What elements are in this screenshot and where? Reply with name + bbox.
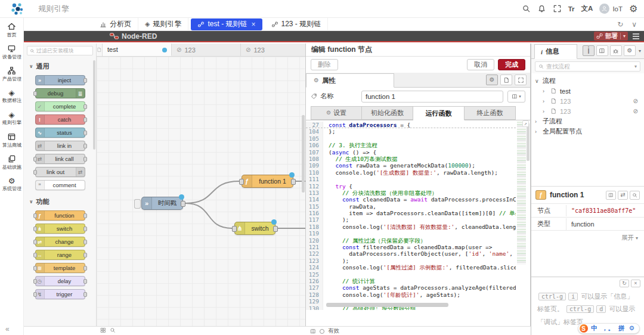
- sidebar-item-5[interactable]: ◈规则引擎: [0, 108, 23, 128]
- canvas-node-时间戳[interactable]: »时间戳: [141, 197, 183, 210]
- code-line[interactable]: 115 rawData,: [306, 203, 516, 210]
- palette-node-catch[interactable]: !catch: [35, 114, 85, 125]
- flow-tab-2[interactable]: ⊘123: [172, 44, 241, 56]
- sidebar-item-1[interactable]: 首页: [0, 20, 23, 40]
- bell-icon[interactable]: [537, 4, 546, 13]
- book-button[interactable]: [606, 191, 616, 200]
- palette-section-header[interactable]: ∨通用: [24, 58, 96, 72]
- code-line[interactable]: 112 try {: [306, 183, 516, 190]
- code-editor[interactable]: 27const dataProcessors = {104};105106// …: [306, 120, 530, 310]
- ime-item[interactable]: ⚙: [629, 324, 634, 333]
- output-port[interactable]: [273, 226, 278, 232]
- chevron-down-icon[interactable]: ∨: [631, 21, 637, 28]
- zoom-icon[interactable]: [110, 327, 116, 333]
- code-line[interactable]: 111: [306, 176, 516, 182]
- avatar[interactable]: [599, 4, 609, 14]
- flow-search-input[interactable]: [546, 63, 632, 70]
- func-tab-2[interactable]: 初始化函数: [362, 106, 413, 120]
- palette-node-switch[interactable]: ⋔switch: [35, 224, 85, 234]
- input-port[interactable]: [232, 226, 237, 232]
- palette-scrollbar[interactable]: [93, 60, 95, 150]
- fullscreen-icon[interactable]: [553, 4, 562, 13]
- editor-vscrollbar[interactable]: [527, 123, 530, 161]
- close-button[interactable]: ×: [631, 280, 640, 287]
- sidebar-item-8[interactable]: ⚙系统管理: [0, 175, 23, 194]
- code-line[interactable]: 110 console.log('[生成数据] 数据量:', rawData.l…: [306, 169, 516, 176]
- app-tab-1[interactable]: 分析页: [93, 18, 138, 31]
- tab-properties[interactable]: ⚙ 属性: [306, 73, 394, 88]
- sidebar-item-7[interactable]: 基础设施: [0, 153, 23, 172]
- code-line[interactable]: 114 const cleanedData = await dataProces…: [306, 196, 516, 203]
- caret-down-icon[interactable]: ▾: [634, 64, 637, 69]
- sidebar-item-4[interactable]: ◈数据标注: [0, 86, 23, 106]
- code-line[interactable]: 105: [306, 135, 516, 142]
- ime-item[interactable]: ，。: [602, 324, 614, 333]
- code-line[interactable]: 117 );: [306, 216, 516, 223]
- canvas-scrollbar[interactable]: [302, 115, 305, 193]
- file-button[interactable]: [500, 75, 512, 85]
- code-line[interactable]: 126 // 统计计算: [306, 278, 516, 284]
- translate-button[interactable]: 文A: [581, 4, 593, 13]
- code-line[interactable]: 113 // 分块清洗数据（使用非阻塞处理）: [306, 190, 516, 196]
- flow-search[interactable]: ▾: [535, 61, 640, 72]
- func-tab-4[interactable]: 终止函数: [465, 106, 516, 120]
- code-line[interactable]: 120 // 属性过滤（只保留必要字段）: [306, 237, 516, 244]
- deploy-caret-icon[interactable]: ▾: [623, 33, 626, 39]
- ime-item[interactable]: 拼: [618, 324, 625, 333]
- palette-node-change[interactable]: ⇌change: [35, 237, 85, 247]
- palette-node-comment[interactable]: ”comment: [35, 180, 85, 190]
- expand-editor-icon[interactable]: ↗: [522, 120, 529, 127]
- palette-node-template[interactable]: ≋template: [35, 263, 85, 273]
- refresh-icon[interactable]: ↻: [617, 21, 623, 28]
- app-tab-4[interactable]: 123 - 规则链: [265, 18, 329, 31]
- expand-link[interactable]: 展开 ▾: [531, 231, 644, 245]
- code-line[interactable]: 122 dataProcessors.filterObject(user, ['…: [306, 250, 516, 257]
- more-icon[interactable]: ▾: [639, 48, 641, 54]
- library-icon[interactable]: [310, 328, 316, 334]
- code-line[interactable]: 118 console.log('[清洗数据] 有效数据量:', cleaned…: [306, 224, 516, 230]
- tree-flow-123[interactable]: ›123⊘: [535, 106, 644, 116]
- flow-list-button[interactable]: [97, 44, 103, 56]
- tree-group-全局配置节点[interactable]: ›全局配置节点: [535, 126, 644, 137]
- font-size-button[interactable]: Tr: [568, 5, 575, 13]
- cancel-button[interactable]: 取消: [467, 59, 494, 70]
- deploy-button[interactable]: 部署 ▾: [594, 32, 628, 41]
- app-tab-2[interactable]: ◈规则引擎: [138, 18, 188, 31]
- lens-button[interactable]: [630, 191, 640, 200]
- code-line[interactable]: 125: [306, 271, 516, 278]
- fullscreen-button[interactable]: [515, 75, 527, 85]
- palette-node-range[interactable]: ↔range: [35, 250, 85, 260]
- output-port[interactable]: [291, 179, 296, 185]
- code-line[interactable]: 119: [306, 230, 516, 237]
- palette-node-complete[interactable]: ✓complete: [35, 101, 85, 111]
- code-line[interactable]: 107(async () => {: [306, 149, 516, 156]
- app-tab-3[interactable]: test - 规则链×: [191, 18, 262, 30]
- input-port[interactable]: [239, 179, 244, 185]
- bug-button[interactable]: [610, 45, 622, 56]
- code-line[interactable]: 121 const filteredData = cleanedData.map…: [306, 244, 516, 250]
- wire[interactable]: [185, 203, 232, 228]
- sidebar-item-2[interactable]: 设备管理: [0, 42, 23, 62]
- palette-node-inject[interactable]: »inject: [35, 75, 85, 85]
- book-button[interactable]: [596, 45, 608, 56]
- code-line[interactable]: 124 console.log('[属性过滤] 示例数据:', filtered…: [306, 264, 516, 271]
- palette-node-trigger[interactable]: ↯trigger: [35, 289, 85, 299]
- canvas-node-switch[interactable]: ⋔switch: [234, 222, 275, 235]
- palette-node-link-in[interactable]: ⇄link in: [35, 141, 85, 151]
- navigator-icon[interactable]: [100, 327, 106, 333]
- gear-button[interactable]: ⚙: [624, 45, 636, 56]
- code-line[interactable]: 27const dataProcessors = {: [306, 122, 516, 128]
- close-icon[interactable]: ×: [251, 20, 255, 29]
- flow-tab-1[interactable]: test: [103, 44, 172, 56]
- palette-search[interactable]: [27, 46, 93, 55]
- tree-flow-123[interactable]: ›123⊘: [535, 96, 644, 106]
- ime-item[interactable]: 中: [592, 324, 598, 333]
- palette-node-link-out[interactable]: ⇄link out: [35, 167, 85, 177]
- library-button[interactable]: ▾: [507, 91, 525, 103]
- code-line[interactable]: 109 const rawData = generateMockData(100…: [306, 162, 516, 169]
- canvas-node-function-1[interactable]: ƒfunction 1: [242, 175, 293, 188]
- code-line[interactable]: 123 );: [306, 258, 516, 264]
- minimap[interactable]: [517, 122, 526, 265]
- output-port[interactable]: [181, 201, 185, 207]
- info-button[interactable]: i: [583, 45, 595, 56]
